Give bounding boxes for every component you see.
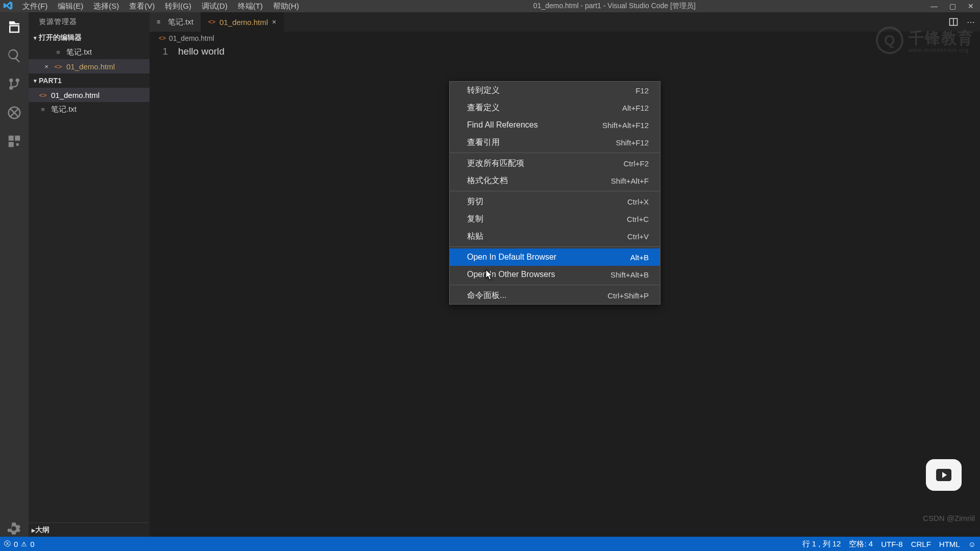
split-editor-icon[interactable] <box>947 16 960 28</box>
warning-count[interactable]: 0 <box>30 540 34 548</box>
context-menu-label: 剪切 <box>467 196 483 207</box>
open-editors-label: 打开的编辑器 <box>39 33 82 42</box>
context-menu-item[interactable]: 剪切Ctrl+X <box>450 193 660 210</box>
context-menu-label: 更改所有匹配项 <box>467 158 524 169</box>
html-file-icon: <> <box>54 63 62 70</box>
tab-file[interactable]: ≡ 笔记.txt <box>150 12 201 32</box>
context-menu-label: 格式化文档 <box>467 176 508 186</box>
search-icon[interactable] <box>7 48 22 63</box>
window-controls: — ▢ ✕ <box>925 2 980 10</box>
close-icon[interactable]: × <box>43 63 50 70</box>
menu-bar: 文件(F) 编辑(E) 选择(S) 查看(V) 转到(G) 调试(D) 终端(T… <box>17 2 304 11</box>
context-menu-item[interactable]: 转到定义F12 <box>450 82 660 99</box>
menu-edit[interactable]: 编辑(E) <box>53 2 88 11</box>
text-file-icon: ≡ <box>54 48 62 56</box>
context-menu-label: Open In Default Browser <box>467 253 556 262</box>
breadcrumb[interactable]: <> 01_demo.html <box>150 32 980 45</box>
file-tree-item[interactable]: <> 01_demo.html <box>29 88 150 102</box>
status-language[interactable]: HTML <box>939 540 960 548</box>
editor-tabs: ≡ 笔记.txt <> 01_demo.html × ⋯ <box>150 12 980 32</box>
status-bar: ⓧ 0 ⚠ 0 行 1 , 列 12 空格: 4 UTF-8 CRLF HTML… <box>0 537 980 551</box>
close-button[interactable]: ✕ <box>962 2 980 10</box>
menu-terminal[interactable]: 终端(T) <box>233 2 268 11</box>
context-menu-item[interactable]: 格式化文档Shift+Alt+F <box>450 172 660 189</box>
minimize-button[interactable]: — <box>925 2 943 10</box>
menu-go[interactable]: 转到(G) <box>160 2 197 11</box>
breadcrumb-label: 01_demo.html <box>169 34 214 42</box>
html-file-icon: <> <box>159 35 166 42</box>
context-menu-label: 转到定义 <box>467 85 500 96</box>
feedback-icon[interactable]: ☺ <box>968 540 976 548</box>
code-line: 1 hello world <box>150 46 980 57</box>
context-menu-shortcut: Ctrl+X <box>627 197 649 206</box>
chevron-down-icon: ▾ <box>32 35 39 41</box>
context-menu-separator <box>450 153 660 153</box>
open-editor-item[interactable]: × <> 01_demo.html <box>29 59 150 73</box>
menu-view[interactable]: 查看(V) <box>124 2 160 11</box>
status-cursor-pos[interactable]: 行 1 , 列 12 <box>802 539 841 549</box>
settings-gear-icon[interactable] <box>7 521 22 537</box>
video-play-button[interactable] <box>926 459 962 491</box>
context-menu-shortcut: Shift+Alt+B <box>610 270 649 279</box>
context-menu-item[interactable]: Open In Default BrowserAlt+B <box>450 248 660 266</box>
status-encoding[interactable]: UTF-8 <box>881 540 903 548</box>
context-menu-shortcut: Alt+B <box>630 253 649 262</box>
sidebar-explorer: 资源管理器 ▾ 打开的编辑器 ≡ 笔记.txt × <> 01_demo.htm… <box>29 12 150 537</box>
extensions-icon[interactable] <box>7 134 22 149</box>
context-menu-shortcut: Ctrl+F2 <box>623 159 649 168</box>
menu-help[interactable]: 帮助(H) <box>268 2 304 11</box>
line-number: 1 <box>150 46 178 57</box>
open-editors-section[interactable]: ▾ 打开的编辑器 <box>29 31 150 45</box>
status-eol[interactable]: CRLF <box>911 540 931 548</box>
window-title: 01_demo.html - part1 - Visual Studio Cod… <box>304 2 925 11</box>
file-label: 笔记.txt <box>66 47 92 57</box>
context-menu-item[interactable]: 更改所有匹配项Ctrl+F2 <box>450 155 660 172</box>
maximize-button[interactable]: ▢ <box>943 2 962 10</box>
context-menu-shortcut: Alt+F12 <box>622 104 649 112</box>
source-control-icon[interactable] <box>7 77 22 92</box>
context-menu-item[interactable]: 粘贴Ctrl+V <box>450 228 660 245</box>
menu-debug[interactable]: 调试(D) <box>197 2 233 11</box>
context-menu-item[interactable]: 查看引用Shift+F12 <box>450 134 660 151</box>
tab-close-icon[interactable]: × <box>272 18 276 26</box>
explorer-icon[interactable] <box>7 19 22 35</box>
context-menu-shortcut: Shift+Alt+F <box>611 177 649 185</box>
context-menu-label: 查看定义 <box>467 103 500 113</box>
text-file-icon: ≡ <box>157 18 164 26</box>
sidebar-title: 资源管理器 <box>29 12 150 31</box>
context-menu-shortcut: F12 <box>635 86 649 95</box>
context-menu-shortcut: Shift+F12 <box>616 138 649 147</box>
project-section[interactable]: ▾ PART1 <box>29 73 150 88</box>
context-menu-separator <box>450 246 660 247</box>
code-text[interactable]: hello world <box>178 46 225 57</box>
outline-label: 大纲 <box>35 525 50 535</box>
outline-section[interactable]: ▸ 大纲 <box>29 522 150 537</box>
context-menu-label: Find All References <box>467 120 538 130</box>
context-menu-item[interactable]: Find All ReferencesShift+Alt+F12 <box>450 116 660 134</box>
html-file-icon: <> <box>208 18 215 26</box>
context-menu-separator <box>450 285 660 285</box>
menu-file[interactable]: 文件(F) <box>17 2 53 11</box>
tab-file[interactable]: <> 01_demo.html × <box>201 12 284 32</box>
error-count[interactable]: 0 <box>14 540 18 548</box>
context-menu-item[interactable]: 复制Ctrl+C <box>450 210 660 228</box>
file-label: 01_demo.html <box>66 62 115 71</box>
file-label: 01_demo.html <box>51 91 100 99</box>
open-editor-item[interactable]: ≡ 笔记.txt <box>29 45 150 59</box>
context-menu-item[interactable]: 命令面板...Ctrl+Shift+P <box>450 287 660 304</box>
context-menu-item[interactable]: Open In Other BrowsersShift+Alt+B <box>450 266 660 283</box>
title-bar: 文件(F) 编辑(E) 选择(S) 查看(V) 转到(G) 调试(D) 终端(T… <box>0 0 980 12</box>
warning-icon[interactable]: ⚠ <box>21 540 27 548</box>
chevron-right-icon: ▸ <box>32 526 35 534</box>
context-menu-shortcut: Shift+Alt+F12 <box>602 121 649 130</box>
more-actions-icon[interactable]: ⋯ <box>965 16 977 28</box>
file-tree-item[interactable]: ≡ 笔记.txt <box>29 102 150 116</box>
debug-icon[interactable] <box>7 105 22 120</box>
context-menu-label: 命令面板... <box>467 290 506 301</box>
menu-selection[interactable]: 选择(S) <box>88 2 124 11</box>
chevron-down-icon: ▾ <box>32 78 39 84</box>
context-menu-separator <box>450 191 660 191</box>
error-icon[interactable]: ⓧ <box>4 539 11 548</box>
status-indent[interactable]: 空格: 4 <box>849 539 873 549</box>
context-menu-item[interactable]: 查看定义Alt+F12 <box>450 99 660 116</box>
